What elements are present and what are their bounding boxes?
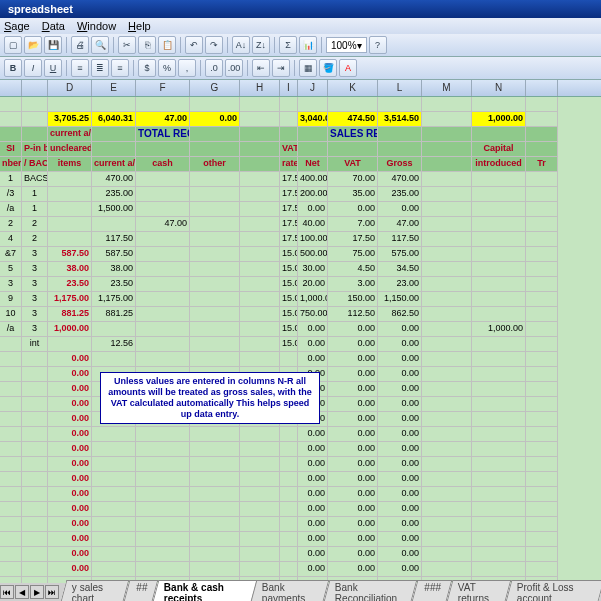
cell[interactable] — [190, 547, 240, 562]
cell[interactable] — [298, 142, 328, 157]
cell[interactable] — [22, 487, 48, 502]
net-zero[interactable]: 0.00 — [298, 502, 328, 517]
vat-rate[interactable]: 15.0% — [280, 322, 298, 337]
gross-value[interactable]: 0.00 — [378, 322, 422, 337]
col-header[interactable] — [22, 80, 48, 96]
uncleared-value[interactable]: 587.50 — [48, 247, 92, 262]
vat-zero[interactable]: 0.00 — [328, 397, 378, 412]
gross-zero[interactable]: 0.00 — [378, 367, 422, 382]
sheet-tab[interactable]: VAT returns — [445, 580, 511, 602]
uncleared-zero[interactable]: 0.00 — [48, 517, 92, 532]
cell[interactable] — [240, 112, 280, 127]
sort-desc-icon[interactable]: Z↓ — [252, 36, 270, 54]
gross-value[interactable]: 1,150.00 — [378, 292, 422, 307]
cell[interactable] — [240, 352, 280, 367]
print-icon[interactable]: 🖨 — [71, 36, 89, 54]
cell[interactable] — [526, 427, 558, 442]
bacs[interactable]: 3 — [22, 277, 48, 292]
gross-zero[interactable]: 0.00 — [378, 397, 422, 412]
cell[interactable] — [240, 202, 280, 217]
cash-value[interactable] — [136, 262, 190, 277]
cell[interactable] — [240, 442, 280, 457]
cell[interactable] — [280, 532, 298, 547]
redo-icon[interactable]: ↷ — [205, 36, 223, 54]
cell[interactable] — [422, 502, 472, 517]
cell[interactable] — [280, 472, 298, 487]
vat-zero[interactable]: 0.00 — [328, 532, 378, 547]
hdr-vat-col[interactable]: VAT — [328, 157, 378, 172]
gross-value[interactable]: 470.00 — [378, 172, 422, 187]
cell[interactable] — [422, 427, 472, 442]
cell[interactable] — [0, 412, 22, 427]
cell[interactable] — [472, 442, 526, 457]
sheet-tab[interactable]: y sales chart — [60, 580, 129, 602]
cell[interactable] — [240, 232, 280, 247]
vat-zero[interactable]: 0.00 — [328, 562, 378, 577]
cell[interactable] — [92, 352, 136, 367]
cut-icon[interactable]: ✂ — [118, 36, 136, 54]
cell[interactable] — [526, 172, 558, 187]
cell[interactable] — [526, 322, 558, 337]
si-number[interactable]: /3 — [0, 187, 22, 202]
vat-rate[interactable]: 15.0% — [280, 262, 298, 277]
hdr-other[interactable]: other — [190, 157, 240, 172]
vat-value[interactable]: 70.00 — [328, 172, 378, 187]
capital-value[interactable] — [472, 232, 526, 247]
gross-zero[interactable]: 0.00 — [378, 442, 422, 457]
percent-icon[interactable]: % — [158, 59, 176, 77]
vat-value[interactable]: 0.00 — [328, 322, 378, 337]
col-header[interactable]: M — [422, 80, 472, 96]
bacs[interactable]: 1 — [22, 187, 48, 202]
cell[interactable] — [422, 127, 472, 142]
gross-zero[interactable]: 0.00 — [378, 517, 422, 532]
net-value[interactable]: 0.00 — [298, 322, 328, 337]
capital-value[interactable] — [472, 202, 526, 217]
cell[interactable] — [240, 277, 280, 292]
uncleared-value[interactable] — [48, 337, 92, 352]
cell[interactable] — [422, 472, 472, 487]
cell[interactable] — [0, 397, 22, 412]
cell[interactable] — [240, 337, 280, 352]
cell[interactable] — [240, 172, 280, 187]
col-header[interactable] — [0, 80, 22, 96]
cell[interactable] — [240, 502, 280, 517]
si-number[interactable]: /a — [0, 322, 22, 337]
vat-rate[interactable]: 17.5% — [280, 232, 298, 247]
cell[interactable] — [422, 547, 472, 562]
other-value[interactable] — [190, 337, 240, 352]
net-zero[interactable]: 0.00 — [298, 457, 328, 472]
net-zero[interactable]: 0.00 — [298, 427, 328, 442]
vat-value[interactable]: 4.50 — [328, 262, 378, 277]
cell[interactable] — [472, 427, 526, 442]
cell[interactable] — [22, 127, 48, 142]
hdr-pinbk[interactable]: P-in bk — [22, 142, 48, 157]
uncleared-zero[interactable]: 0.00 — [48, 427, 92, 442]
cell[interactable] — [422, 382, 472, 397]
vat-value[interactable]: 150.00 — [328, 292, 378, 307]
cell[interactable] — [0, 562, 22, 577]
cell[interactable] — [472, 532, 526, 547]
cell[interactable] — [0, 502, 22, 517]
current-ac-value[interactable]: 117.50 — [92, 232, 136, 247]
cell[interactable] — [190, 427, 240, 442]
uncleared-zero[interactable]: 0.00 — [48, 367, 92, 382]
col-header[interactable]: E — [92, 80, 136, 96]
other-value[interactable] — [190, 262, 240, 277]
vat-value[interactable]: 0.00 — [328, 202, 378, 217]
cell[interactable] — [0, 427, 22, 442]
capital-value[interactable] — [472, 292, 526, 307]
cell[interactable] — [472, 457, 526, 472]
save-icon[interactable]: 💾 — [44, 36, 62, 54]
uncleared-value[interactable]: 38.00 — [48, 262, 92, 277]
si-number[interactable]: 9 — [0, 292, 22, 307]
cell[interactable] — [240, 547, 280, 562]
vat-zero[interactable]: 0.00 — [328, 352, 378, 367]
undo-icon[interactable]: ↶ — [185, 36, 203, 54]
hdr-tr[interactable]: Tr — [526, 157, 558, 172]
menu-window[interactable]: Window — [77, 20, 116, 32]
col-header[interactable]: J — [298, 80, 328, 96]
cell[interactable] — [136, 457, 190, 472]
gross-zero[interactable]: 0.00 — [378, 352, 422, 367]
gross-zero[interactable]: 0.00 — [378, 547, 422, 562]
underline-icon[interactable]: U — [44, 59, 62, 77]
